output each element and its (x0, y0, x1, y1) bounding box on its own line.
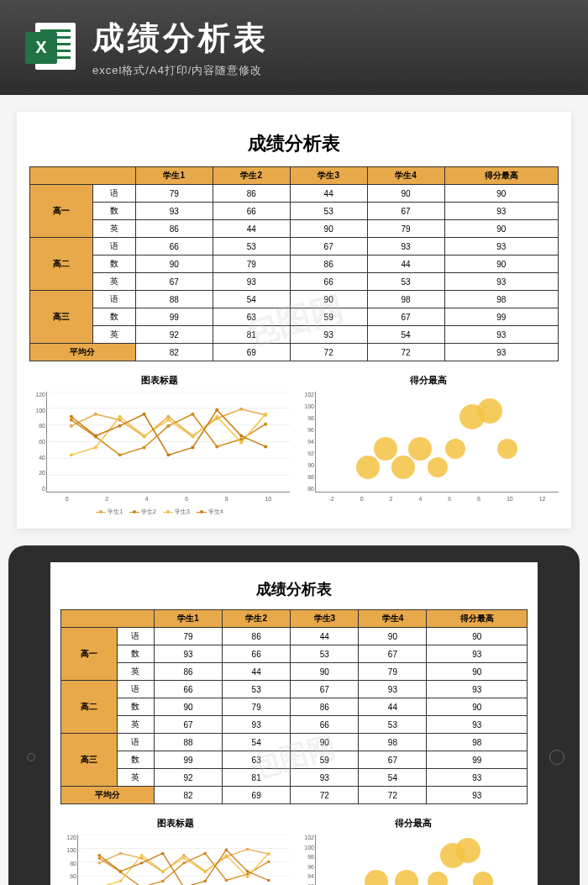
value-cell: 63 (223, 751, 291, 769)
value-cell: 86 (154, 663, 222, 681)
subject-cell: 语 (93, 238, 135, 255)
value-cell: 66 (135, 238, 213, 255)
subject-cell: 英 (93, 220, 135, 238)
tablet-frame: 包图网 成绩分析表 学生1学生2学生3学生4得分最高高一语7986449090数… (8, 545, 580, 885)
svg-point-40 (215, 408, 218, 412)
value-cell: 90 (359, 628, 427, 645)
svg-point-82 (203, 880, 207, 882)
table-slot-1: 学生1学生2学生3学生4得分最高高一语7986449090数9366536793… (29, 166, 559, 361)
avg-cell: 72 (367, 344, 444, 361)
value-cell: 93 (367, 238, 444, 255)
score-table: 学生1学生2学生3学生4得分最高高一语7986449090数9366536793… (29, 166, 559, 361)
avg-cell: 69 (223, 787, 291, 804)
value-cell: 90 (367, 185, 444, 203)
subject-cell: 英 (117, 663, 154, 681)
value-cell: 93 (291, 769, 359, 787)
line-chart-area-2: 120100806040200 0246810 (77, 835, 290, 885)
line-chart-area: 120100806040200 0246810 (46, 392, 290, 493)
svg-point-11 (166, 415, 170, 419)
value-cell: 99 (444, 308, 558, 326)
subject-cell: 数 (117, 645, 154, 663)
col-header: 学生4 (367, 167, 444, 185)
value-cell: 98 (444, 291, 558, 308)
value-cell: 67 (291, 681, 359, 698)
value-cell: 44 (359, 698, 427, 716)
bubble-point (477, 398, 502, 424)
table-row: 英9281935493 (61, 769, 528, 787)
grade-cell: 高二 (61, 681, 118, 734)
table-row: 高一语7986449090 (30, 185, 559, 203)
table-row: 高二语6653679393 (30, 238, 559, 255)
svg-point-71 (161, 870, 165, 872)
bubble-point (428, 872, 448, 885)
value-cell: 53 (359, 716, 427, 734)
value-cell: 98 (359, 734, 427, 751)
bubble-y-labels: 10210098969492908886 (299, 392, 314, 492)
svg-point-26 (94, 445, 97, 449)
table-row: 英8644907990 (61, 663, 528, 681)
value-cell: 53 (213, 238, 290, 255)
bubble-y-labels-2: 10210098969492908886 (299, 835, 314, 885)
value-cell: 67 (135, 273, 213, 291)
table-row: 高三语8854909898 (61, 734, 528, 751)
avg-cell: 72 (359, 787, 427, 804)
subject-cell: 语 (93, 185, 135, 203)
svg-point-79 (140, 861, 144, 864)
value-cell: 79 (223, 698, 291, 716)
bubble-point (395, 870, 418, 885)
svg-point-69 (119, 880, 123, 882)
value-cell: 54 (359, 769, 427, 787)
avg-cell: 72 (290, 344, 367, 361)
value-cell: 90 (444, 185, 558, 203)
value-cell: 92 (135, 326, 213, 344)
value-cell: 86 (290, 255, 367, 273)
bubble-point (473, 872, 493, 885)
table-row: 高二语6653679393 (61, 681, 528, 698)
table-row: 数9963596799 (61, 751, 528, 769)
svg-point-20 (166, 424, 170, 428)
avg-cell: 72 (291, 787, 359, 804)
value-cell: 66 (290, 273, 367, 291)
value-cell: 53 (367, 273, 444, 291)
bubble-x-labels: -2024681012 (316, 496, 559, 502)
value-cell: 99 (154, 751, 222, 769)
svg-point-62 (161, 880, 165, 882)
avg-cell: 82 (154, 787, 222, 804)
value-cell: 67 (367, 308, 444, 326)
value-cell: 93 (444, 273, 558, 291)
value-cell: 93 (427, 769, 528, 787)
svg-point-35 (94, 435, 97, 438)
table-row: 英6793665393 (30, 273, 559, 291)
svg-point-84 (246, 870, 249, 872)
value-cell: 44 (367, 255, 444, 273)
value-cell: 90 (290, 291, 367, 308)
svg-point-74 (225, 854, 228, 856)
value-cell: 93 (444, 238, 558, 255)
banner-subtitle: excel格式/A4打印/内容随意修改 (92, 63, 563, 78)
value-cell: 90 (427, 698, 528, 716)
value-cell: 44 (291, 628, 359, 645)
value-cell: 79 (359, 663, 427, 681)
svg-point-21 (191, 413, 194, 416)
svg-point-33 (264, 413, 267, 416)
value-cell: 44 (290, 185, 367, 203)
col-header: 得分最高 (444, 167, 558, 185)
value-cell: 54 (367, 326, 444, 344)
subject-cell: 语 (117, 734, 154, 751)
avg-cell: 69 (213, 344, 290, 361)
svg-point-38 (166, 453, 170, 456)
bubble-point (455, 838, 480, 863)
line-legend: 学生1学生2学生3学生4 (29, 508, 290, 516)
banner-title: 成绩分析表 (92, 17, 563, 60)
value-cell: 93 (427, 716, 528, 734)
line-chart: 图表标题 120100806040200 0246810 学生1学生2学生3学生… (29, 374, 290, 516)
svg-point-41 (239, 435, 243, 438)
value-cell: 86 (291, 698, 359, 716)
line-chart-2: 图表标题 120100806040200 0246810 学生1学生2学生3学生… (60, 817, 290, 885)
line-y-labels: 120100806040200 (30, 392, 45, 492)
value-cell: 90 (291, 734, 359, 751)
excel-icon: X (25, 23, 76, 73)
subject-cell: 语 (117, 628, 154, 645)
svg-point-39 (191, 445, 194, 449)
value-cell: 93 (154, 645, 222, 663)
